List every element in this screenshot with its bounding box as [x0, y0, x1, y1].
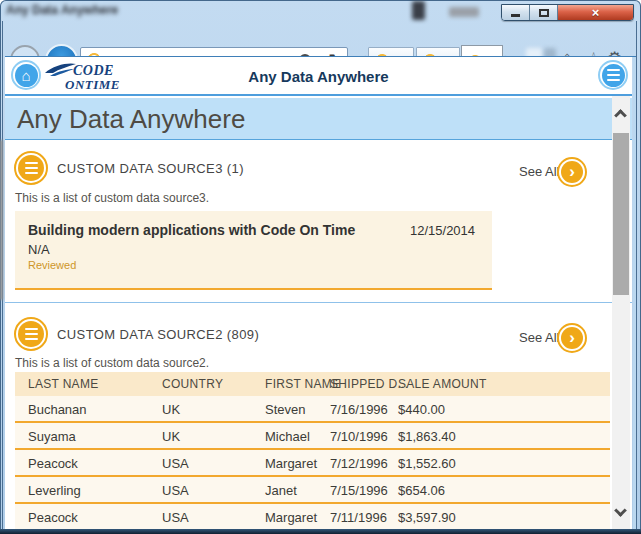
cell-last-name: Suyama	[28, 429, 76, 444]
card-value: N/A	[28, 242, 50, 257]
table-row[interactable]: Peacock USA Margaret 7/11/1996 $3,597.90	[15, 504, 610, 529]
app-title: Any Data Anywhere	[5, 68, 632, 85]
page-content: ⌂ CODE ONTIME Any Data Anywhere Any Data…	[5, 57, 632, 529]
cell-shipped-date: 7/15/1996	[330, 483, 388, 498]
cell-country: UK	[162, 429, 180, 444]
section2-description: This is a list of custom data source2.	[15, 356, 209, 370]
cell-shipped-date: 7/10/1996	[330, 429, 388, 444]
column-header[interactable]: LAST NAME	[28, 377, 99, 391]
maximize-icon	[539, 9, 549, 17]
column-header[interactable]: SHIPPED D...	[330, 377, 408, 391]
cell-country: USA	[162, 483, 189, 498]
page-title-band: Any Data Anywhere	[5, 98, 632, 140]
page-title: Any Data Anywhere	[17, 104, 245, 135]
cell-sale-amount: $440.00	[398, 402, 445, 417]
cell-sale-amount: $3,597.90	[398, 510, 456, 525]
data-card[interactable]: Building modern applications with Code O…	[15, 211, 492, 290]
cell-first-name: Janet	[265, 483, 297, 498]
section2-icon[interactable]	[14, 317, 48, 351]
cell-sale-amount: $1,863.40	[398, 429, 456, 444]
scroll-up-icon[interactable]	[614, 109, 627, 122]
card-status-badge: Reviewed	[28, 259, 76, 271]
table-row[interactable]: Leverling USA Janet 7/15/1996 $654.06	[15, 477, 610, 504]
cell-first-name: Margaret	[265, 510, 317, 525]
section2-see-all-button[interactable]: ›	[557, 323, 587, 353]
window-title-blurred: Any Data Anywhere	[6, 3, 118, 17]
close-icon: ×	[592, 6, 600, 19]
hamburger-menu-icon	[602, 64, 625, 87]
cell-first-name: Michael	[265, 429, 310, 444]
column-header[interactable]: SALE AMOUNT	[398, 377, 487, 391]
cell-country: USA	[162, 456, 189, 471]
chevron-right-icon: ›	[561, 327, 583, 349]
section1-see-all-label[interactable]: See All	[519, 164, 559, 179]
chevron-right-icon: ›	[561, 161, 583, 183]
data-table: LAST NAME COUNTRY FIRST NAME SHIPPED D..…	[15, 372, 610, 529]
section1-title: CUSTOM DATA SOURCE3 (1)	[57, 161, 244, 176]
browser-window: Any Data Anywhere × ← → http://localhost…	[0, 0, 641, 534]
app-menu-button[interactable]	[598, 60, 628, 90]
hamburger-section-icon	[18, 321, 44, 347]
table-row[interactable]: Buchanan UK Steven 7/16/1996 $440.00	[15, 396, 610, 423]
cell-shipped-date: 7/12/1996	[330, 456, 388, 471]
cell-last-name: Leverling	[28, 483, 81, 498]
cell-first-name: Steven	[265, 402, 305, 417]
cell-country: UK	[162, 402, 180, 417]
window-frame-edge	[636, 21, 637, 529]
blurred-background-window	[412, 1, 425, 20]
section1-description: This is a list of custom data source3.	[15, 191, 209, 205]
section1-see-all-button[interactable]: ›	[557, 157, 587, 187]
cell-first-name: Margaret	[265, 456, 317, 471]
hamburger-section-icon	[18, 155, 44, 181]
cell-last-name: Buchanan	[28, 402, 87, 417]
close-button[interactable]: ×	[558, 5, 633, 20]
cell-shipped-date: 7/11/1996	[330, 510, 387, 525]
vertical-scrollbar[interactable]	[612, 96, 630, 529]
window-controls: ×	[501, 4, 634, 21]
section1-icon[interactable]	[14, 151, 48, 185]
section-divider	[5, 302, 632, 303]
table-row[interactable]: Suyama UK Michael 7/10/1996 $1,863.40	[15, 423, 610, 450]
table-row[interactable]: Peacock USA Margaret 7/12/1996 $1,552.60	[15, 450, 610, 477]
blurred-background-text	[449, 7, 479, 17]
card-date: 12/15/2014	[410, 223, 475, 238]
section2-see-all-label[interactable]: See All	[519, 330, 559, 345]
section2-title: CUSTOM DATA SOURCE2 (809)	[57, 327, 259, 342]
minimize-button[interactable]	[502, 5, 530, 20]
maximize-button[interactable]	[530, 5, 558, 20]
cell-last-name: Peacock	[28, 510, 78, 525]
navigation-bar: ← → http://localhost:42952/Pages/AnyD ▼ …	[0, 21, 641, 57]
scroll-down-icon[interactable]	[614, 504, 627, 517]
cell-sale-amount: $1,552.60	[398, 456, 456, 471]
table-header[interactable]: LAST NAME COUNTRY FIRST NAME SHIPPED D..…	[15, 372, 610, 396]
card-title: Building modern applications with Code O…	[28, 222, 355, 238]
scrollbar-thumb[interactable]	[613, 133, 629, 295]
minimize-icon	[511, 14, 520, 17]
cell-country: USA	[162, 510, 189, 525]
title-bar[interactable]: Any Data Anywhere ×	[0, 0, 641, 21]
window-frame-bottom	[0, 529, 641, 534]
cell-shipped-date: 7/16/1996	[330, 402, 388, 417]
app-header: ⌂ CODE ONTIME Any Data Anywhere	[5, 57, 632, 96]
cell-last-name: Peacock	[28, 456, 78, 471]
column-header[interactable]: COUNTRY	[162, 377, 223, 391]
cell-sale-amount: $654.06	[398, 483, 445, 498]
background-window-edge	[0, 140, 3, 300]
